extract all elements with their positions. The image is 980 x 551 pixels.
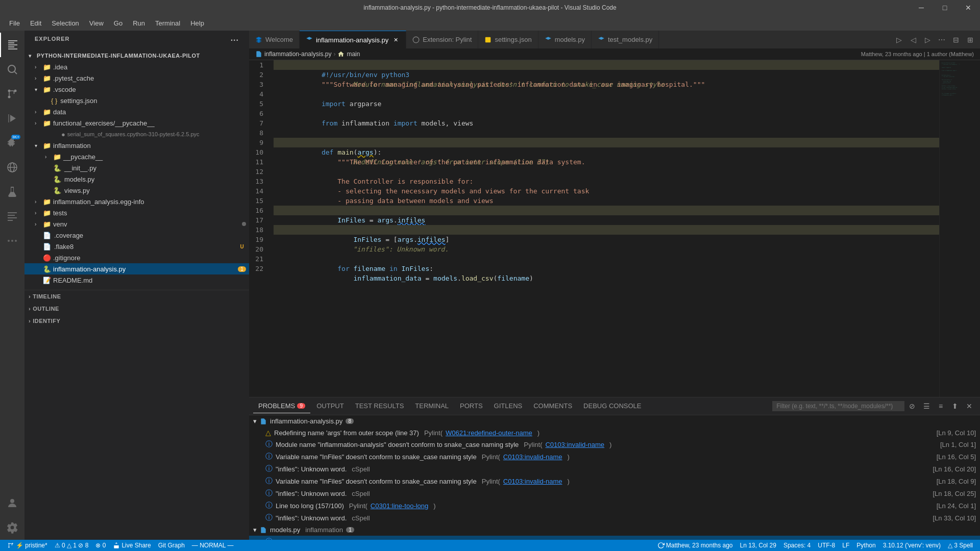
tab-test-results[interactable]: TEST RESULTS (350, 399, 409, 413)
cursor-position-status[interactable]: Ln 13, Col 29 (737, 540, 779, 551)
tab-output[interactable]: OUTPUT (311, 399, 349, 413)
menu-run[interactable]: Run (129, 17, 149, 29)
expand-panel[interactable]: ⬆ (948, 399, 962, 413)
live-share-status[interactable]: Live Share (110, 540, 154, 551)
tests-folder[interactable]: › 📁 tests (24, 207, 249, 218)
data-folder[interactable]: › 📁 data (24, 106, 249, 117)
problem-3[interactable]: ⓘ Variable name "InFiles" doesn't confor… (249, 450, 980, 463)
problem-1[interactable]: △ Redefining name 'args' from outer scop… (249, 427, 980, 438)
settings-json-item[interactable]: { } settings.json (24, 95, 249, 106)
search-activity-icon[interactable] (0, 57, 24, 82)
filter-action[interactable]: ⊘ (905, 399, 919, 413)
flake8-item[interactable]: 📄 .flake8 U (24, 241, 249, 252)
identify-section[interactable]: › IDENTIFY (24, 315, 249, 327)
tab-gitlens[interactable]: GITLENS (489, 399, 528, 413)
tab-models[interactable]: models.py (538, 31, 592, 48)
collapse-all[interactable]: ☰ (920, 399, 933, 413)
gitignore-item[interactable]: 🔴 .gitignore (24, 252, 249, 263)
settings-activity-icon[interactable] (0, 515, 24, 540)
egg-info-folder[interactable]: › 📁 inflammation_analysis.egg-info (24, 196, 249, 207)
prob-3-link[interactable]: C0103:invalid-name (503, 453, 562, 461)
git-blame-status[interactable]: Matthew, 23 months ago (654, 540, 736, 551)
git-graph-status[interactable]: Git Graph (155, 540, 188, 551)
problem-6[interactable]: ⓘ "infiles": Unknown word. cSpell [Ln 18… (249, 487, 980, 499)
tab-inflammation-close[interactable]: ✕ (391, 36, 400, 44)
accounts-activity-icon[interactable] (0, 491, 24, 515)
menu-file[interactable]: File (5, 17, 24, 29)
timeline-section[interactable]: › TIMELINE (24, 290, 249, 303)
problem-4[interactable]: ⓘ "infiles": Unknown word. cSpell [Ln 16… (249, 463, 980, 475)
views-py-item[interactable]: 🐍 views.py (24, 185, 249, 196)
remote-activity-icon[interactable] (0, 155, 24, 180)
problems-filter-input[interactable] (772, 401, 904, 411)
models-py-item[interactable]: 🐍 models.py (24, 173, 249, 185)
sidebar-actions[interactable]: ··· (231, 36, 239, 45)
pytest-cache-folder[interactable]: › 📁 .pytest_cache (24, 72, 249, 84)
tab-test-models[interactable]: test_models.py (592, 31, 659, 48)
warnings-status[interactable]: ⊗ 0 (92, 540, 109, 551)
readme-item[interactable]: 📝 README.md (24, 274, 249, 286)
errors-status[interactable]: ⚠ 0 △ 1 ⊘ 8 (52, 540, 92, 551)
vscode-folder[interactable]: ▾ 📁 .vscode (24, 84, 249, 95)
problem-9[interactable]: ⓘ "loadtxt": Unknown word. cSpell [Ln 18… (249, 536, 980, 540)
tab-problems[interactable]: PROBLEMS 9 (253, 399, 310, 413)
menu-go[interactable]: Go (110, 17, 127, 29)
menu-help[interactable]: Help (186, 17, 208, 29)
run-button[interactable]: ▷ (892, 33, 905, 46)
breadcrumb-file[interactable]: inflammation-analysis.py (264, 51, 331, 58)
prob-1-link[interactable]: W0621:redefined-outer-name (446, 429, 532, 437)
explorer-activity-icon[interactable] (0, 33, 24, 57)
problem-2[interactable]: ⓘ Module name "inflammation-analysis" do… (249, 438, 980, 450)
problem-7[interactable]: ⓘ Line too long (157/100) Pylint(C0301:l… (249, 499, 980, 512)
tab-inflammation[interactable]: inflammation-analysis.py ✕ (300, 31, 406, 48)
breadcrumb-func[interactable]: main (347, 51, 360, 58)
problem-8[interactable]: ⓘ "infiles": Unknown word. cSpell [Ln 33… (249, 512, 980, 524)
extensions-activity-icon[interactable]: 3K+ (0, 131, 24, 155)
idea-folder[interactable]: › 📁 .idea (24, 61, 249, 72)
close-button[interactable]: ✕ (957, 0, 980, 15)
inflammation-analysis-item[interactable]: 🐍 inflammation-analysis.py 1 (24, 263, 249, 274)
prob-7-link[interactable]: C0301:line-too-long (371, 502, 428, 510)
code-content[interactable]: #!/usr/bin/env python3 Module name "infl… (270, 60, 939, 397)
prob-5-link[interactable]: C0103:invalid-name (503, 478, 562, 485)
maximize-button[interactable]: □ (933, 0, 957, 15)
tab-ports[interactable]: PORTS (455, 399, 488, 413)
menu-view[interactable]: View (85, 17, 108, 29)
toggle-collapse[interactable]: ≡ (934, 399, 947, 413)
split-editor[interactable]: ▷ (921, 33, 934, 46)
more-actions[interactable]: ⋯ (935, 33, 948, 46)
testing-activity-icon[interactable] (0, 180, 24, 204)
problem-group-inflammation[interactable]: ▾ inflammation-analysis.py 8 (249, 415, 980, 427)
menu-edit[interactable]: Edit (26, 17, 45, 29)
line-ending-status[interactable]: LF (839, 540, 852, 551)
problem-group-models[interactable]: ▾ models.py inflammation 1 (249, 524, 980, 536)
tab-welcome[interactable]: Welcome (249, 31, 300, 48)
problem-5[interactable]: ⓘ Variable name "InFiles" doesn't confor… (249, 475, 980, 487)
prob-2-link[interactable]: C0103:invalid-name (545, 441, 604, 448)
functional-folder[interactable]: › 📁 functional_exercises/__pycache__ (24, 117, 249, 129)
minimize-button[interactable]: ─ (910, 0, 933, 15)
tab-settings[interactable]: settings.json (478, 31, 538, 48)
close-panel[interactable]: ✕ (963, 399, 976, 413)
root-folder[interactable]: ▾ PYTHON-INTERMEDIATE-INFLAMMATION-UKAEA… (24, 50, 249, 61)
encoding-status[interactable]: UTF-8 (815, 540, 838, 551)
tab-comments[interactable]: COMMENTS (528, 399, 577, 413)
spell-check-status[interactable]: △ 3 Spell (945, 540, 976, 551)
outline-section[interactable]: › OUTLINE (24, 303, 249, 315)
run-activity-icon[interactable] (0, 106, 24, 131)
git-branch-status[interactable]: ⚡ pristine* (4, 540, 51, 551)
init-py-item[interactable]: 🐍 __init__.py (24, 162, 249, 173)
tab-debug-console[interactable]: DEBUG CONSOLE (578, 399, 646, 413)
toggle-panel[interactable]: ⊟ (949, 33, 963, 46)
code-container[interactable]: 1 2 3 4 5 6 7 8 9 10 11 12 13 14 15 16 1 (249, 60, 980, 397)
inflammation-folder[interactable]: ▾ 📁 inflammation (24, 140, 249, 151)
indentation-status[interactable]: Spaces: 4 (780, 540, 814, 551)
language-mode-status[interactable]: Python (853, 540, 878, 551)
python-interpreter-status[interactable]: 3.10.12 ('venv': venv) (880, 540, 944, 551)
menu-selection[interactable]: Selection (47, 17, 83, 29)
tab-terminal[interactable]: TERMINAL (410, 399, 454, 413)
source-control-activity-icon[interactable] (0, 82, 24, 106)
coverage-item[interactable]: 📄 .coverage (24, 230, 249, 241)
tab-pylint[interactable]: Extension: Pylint (406, 31, 478, 48)
coverage-activity-icon[interactable] (0, 204, 24, 229)
